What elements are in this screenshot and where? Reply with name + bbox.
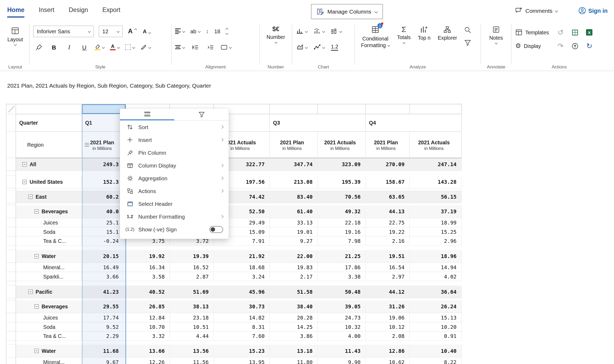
manage-columns-button[interactable]: Manage Columns [311,4,383,19]
table-cell[interactable]: 36.64 [410,286,462,298]
table-cell[interactable]: 23.18 [170,313,214,322]
row-label-all[interactable]: All [16,158,82,171]
table-cell[interactable]: 270.09 [366,158,410,171]
table-cell[interactable]: 22.75 [366,218,410,227]
table-cell[interactable]: 22.00 [270,250,318,263]
templates-button[interactable]: Templates [515,26,549,39]
table-cell[interactable]: 19.39 [170,250,214,263]
menu-item-select-header[interactable]: Select Header [120,197,229,210]
table-cell[interactable]: 195.39 [318,176,366,189]
table-cell[interactable]: 10.70 [126,322,170,332]
tab-home[interactable]: Home [7,6,25,18]
quarter-header[interactable]: Q3 [270,114,366,132]
table-cell[interactable]: 2.97 [366,272,410,281]
table-cell[interactable]: 19.51 [366,250,410,263]
table-cell[interactable]: 7.60 [214,332,270,341]
row-label-tea-c[interactable]: Tea & C... [16,332,82,341]
row-label-mineral[interactable]: Mineral... [16,358,82,364]
decimal-places-button[interactable]: 1.2 [331,44,338,51]
row-label-juices[interactable]: Juices [16,218,82,227]
table-cell[interactable]: 3.32 [126,332,170,341]
display-button[interactable]: ⚙ Display [515,39,549,53]
column-header[interactable]: 2021 Actualsin Millions [318,132,366,158]
table-cell[interactable]: 3.38 [318,272,366,281]
row-label-soda[interactable]: Soda [16,227,82,237]
table-cell[interactable]: 247.14 [410,158,462,171]
table-cell[interactable]: 14.25 [270,322,318,332]
top-n-button[interactable]: Top n [415,25,433,42]
collapse-icon[interactable] [29,290,33,294]
refresh-icon[interactable]: ↻ [586,42,592,50]
table-cell[interactable]: 13.18 [270,345,318,358]
table-cell[interactable]: 2.16 [366,236,410,246]
table-cell[interactable]: 158.67 [366,176,410,189]
table-cell[interactable]: 49.32 [318,205,366,218]
table-cell[interactable]: 19.92 [126,250,170,263]
text-box-button[interactable] [221,41,232,53]
table-cell[interactable]: 45.96 [214,286,270,298]
table-cell[interactable]: 37.19 [410,205,462,218]
table-cell[interactable]: 323.09 [318,158,366,171]
area-chart-button[interactable] [297,41,308,53]
row-selector[interactable] [6,345,16,358]
table-cell[interactable]: 60.2 [82,191,126,203]
table-cell[interactable]: 14.94 [410,263,462,272]
table-cell[interactable]: 15.23 [214,345,270,358]
menu-item-aggregation[interactable]: Aggregation [120,172,229,185]
table-cell[interactable]: 16.34 [126,263,170,272]
menu-item-column-display[interactable]: Column Display [120,159,229,172]
comments-button[interactable]: Comments [515,7,558,15]
table-cell[interactable]: 4.00 [318,332,366,341]
menu-item-actions[interactable]: Actions [120,185,229,197]
row-selector[interactable] [6,132,16,158]
table-cell[interactable]: 40.52 [126,286,170,298]
italic-button[interactable]: I [64,41,74,53]
collapse-icon[interactable] [34,349,39,353]
row-selector[interactable] [6,322,16,332]
row-selector[interactable] [6,236,16,246]
explorer-button[interactable]: Explorer [435,25,459,42]
menu-item-show-ve-sign[interactable]: (1.2)Show (-ve) Sign [120,223,229,236]
row-selector[interactable] [6,250,16,263]
table-cell[interactable]: 31.26 [366,300,410,313]
table-cell[interactable]: 249.3 [82,158,126,171]
conditional-formatting-button[interactable]: 1 Conditional Formatting [359,25,392,49]
totals-button[interactable]: Σ Totals [395,25,413,44]
row-label-juices[interactable]: Juices [16,313,82,322]
redo-icon[interactable]: ↷ [558,42,564,50]
table-cell[interactable]: 38.40 [270,300,318,313]
undo-icon[interactable]: ↺ [558,29,564,36]
collapse-icon[interactable] [29,195,33,199]
table-cell[interactable]: 16.52 [170,263,214,272]
table-cell[interactable]: 39.05 [318,300,366,313]
bold-button[interactable]: B [49,41,59,53]
table-cell[interactable]: 11.43 [318,345,366,358]
number-format-button[interactable]: $€ Number [260,25,292,44]
table-cell[interactable]: 4.44 [170,332,214,341]
table-cell[interactable]: 11.56 [170,358,214,364]
diagonal-corner-icon[interactable] [6,104,16,114]
increase-font-button[interactable]: A [128,25,137,37]
borders-button[interactable] [125,41,135,53]
column-selector[interactable] [82,104,126,114]
table-cell[interactable]: 21.92 [214,250,270,263]
tab-export[interactable]: Export [102,6,120,18]
row-label-pacific[interactable]: Pacific [16,286,82,298]
toggle-switch[interactable] [209,226,223,233]
table-cell[interactable]: 19.16 [318,227,366,237]
quarter-header[interactable]: Q4 [366,114,462,132]
column-header[interactable]: 2021 Actualsin Millions [410,132,462,158]
table-cell[interactable]: 10.20 [410,322,462,332]
table-cell[interactable]: 22.18 [318,218,366,227]
column-header[interactable]: 2021 Planin Millions [270,132,318,158]
share-icon[interactable] [572,43,579,50]
table-cell[interactable]: 29.55 [82,300,126,313]
table-cell[interactable]: 56.15 [410,191,462,203]
table-cell[interactable]: 15.13 [410,313,462,322]
table-cell[interactable]: 2.96 [410,236,462,246]
table-cell[interactable]: 33.13 [270,218,318,227]
table-cell[interactable]: 13.95 [214,358,270,364]
row-selector[interactable] [6,114,16,132]
region-header[interactable]: Region [16,132,82,158]
column-header[interactable]: 2021 Planin Millions [82,132,126,158]
